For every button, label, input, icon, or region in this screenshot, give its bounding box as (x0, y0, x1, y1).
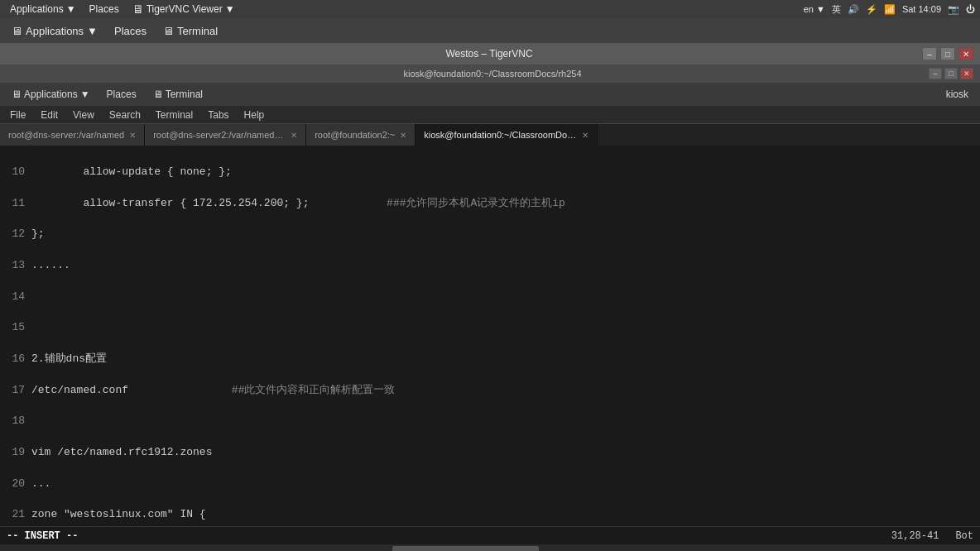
tab-bar: root@dns-server:/var/named ✕ root@dns-se… (0, 124, 980, 146)
inner-places-label: Places (107, 89, 137, 100)
tab-0-close[interactable]: ✕ (129, 131, 136, 140)
inner-maximize-button[interactable]: □ (944, 68, 958, 79)
tab-2-label: root@foundation2:~ (315, 130, 395, 140)
places-menu-label: Places (114, 25, 147, 37)
inner-window-controls: – □ ✕ (929, 68, 973, 79)
menu-edit[interactable]: Edit (34, 108, 65, 122)
menu-view[interactable]: View (66, 108, 101, 122)
line-10: 10 allow-update { none; }; (7, 165, 973, 180)
tab-3-label: kiosk@foundation0:~/ClassroomDocs/rh254 (424, 130, 577, 140)
tab-0[interactable]: root@dns-server:/var/named ✕ (0, 124, 145, 146)
tab-1[interactable]: root@dns-server2:/var/named/slaves ✕ (145, 124, 306, 146)
apps-menu[interactable]: 🖥 Applications ▼ (5, 22, 104, 41)
tab-1-close[interactable]: ✕ (291, 131, 297, 140)
vnc-menu-top[interactable]: 🖥 TigerVNC Viewer ▼ (127, 1, 240, 17)
screenshot-icon[interactable]: 📷 (948, 4, 959, 15)
tab-2[interactable]: root@foundation2:~ ✕ (306, 124, 416, 146)
status-bar: -- INSERT -- 31,28-41 Bot (0, 526, 980, 544)
inner-title-bar: kiosk@foundation0:~/ClassroomDocs/rh254 … (0, 65, 980, 83)
terminal-area[interactable]: 10 allow-update { none; }; 11 allow-tran… (0, 146, 980, 526)
line-14: 14 (7, 290, 973, 305)
vnc-icon-top: 🖥 (132, 2, 144, 16)
inner-apps-arrow: ▼ (80, 89, 90, 100)
system-bar-left: Applications ▼ Places 🖥 TigerVNC Viewer … (5, 1, 240, 17)
line-20: 20... (7, 477, 973, 492)
inner-apps-icon: 🖥 (12, 89, 22, 100)
menu-terminal[interactable]: Terminal (149, 108, 199, 122)
scroll-area[interactable] (0, 544, 980, 551)
inner-terminal-icon[interactable]: 🖥 Terminal (147, 86, 209, 103)
line-17: 17/etc/named.conf ##此文件内容和正向解析配置一致 (7, 383, 973, 399)
tab-1-label: root@dns-server2:/var/named/slaves (153, 130, 286, 140)
terminal-app-icon[interactable]: 🖥 Terminal (156, 22, 224, 41)
vnc-title-bar: Westos – TigerVNC – □ ✕ (0, 43, 980, 65)
line-21: 21zone "westoslinux.com" IN { (7, 507, 973, 523)
inner-places-menu[interactable]: Places (100, 86, 143, 103)
line-19: 19vim /etc/named.rfc1912.zones (7, 445, 973, 461)
apps-label-top: Applications (10, 3, 64, 15)
input-method-icon: 英 (832, 3, 841, 16)
inner-window-title: kiosk@foundation0:~/ClassroomDocs/rh254 (56, 69, 929, 79)
bluetooth-icon: ⚡ (866, 4, 877, 15)
cursor-position: 31,28-41 (891, 530, 939, 542)
menu-help[interactable]: Help (238, 108, 271, 122)
vnc-arrow-top: ▼ (225, 3, 235, 15)
inner-apps-label: Applications (24, 89, 78, 100)
apps-dropdown-arrow: ▼ (87, 25, 98, 37)
line-18: 18 (7, 414, 973, 429)
line-15: 15 (7, 320, 973, 336)
datetime-display: Sat 14:09 (902, 4, 941, 14)
status-right: 31,28-41 Bot (891, 530, 973, 542)
inner-apps-menu[interactable]: 🖥 Applications ▼ (5, 86, 97, 103)
power-icon[interactable]: ⏻ (966, 4, 975, 14)
menu-tabs[interactable]: Tabs (201, 108, 235, 122)
vim-mode: -- INSERT -- (7, 530, 78, 542)
volume-icon: 🔊 (848, 4, 859, 15)
terminal-app-label: Terminal (177, 25, 218, 37)
inner-close-button[interactable]: ✕ (960, 68, 973, 79)
wifi-icon: 📶 (884, 4, 896, 15)
scroll-thumb[interactable] (392, 546, 540, 551)
inner-app-bar: 🖥 Applications ▼ Places 🖥 Terminal kiosk (0, 83, 980, 106)
inner-kiosk-label: kiosk (939, 86, 975, 103)
menu-file[interactable]: File (3, 108, 32, 122)
vnc-content: kiosk@foundation0:~/ClassroomDocs/rh254 … (0, 65, 980, 551)
tab-3[interactable]: kiosk@foundation0:~/ClassroomDocs/rh254 … (416, 124, 598, 146)
vnc-maximize-button[interactable]: □ (940, 47, 955, 60)
tab-2-close[interactable]: ✕ (400, 131, 406, 140)
apps-icon: 🖥 (12, 25, 22, 37)
menu-search[interactable]: Search (103, 108, 147, 122)
places-menu-top[interactable]: Places (84, 2, 124, 17)
tab-3-close[interactable]: ✕ (582, 131, 588, 140)
line-13: 13...... (7, 258, 973, 274)
vnc-window-title: Westos – TigerVNC (56, 48, 922, 60)
vnc-close-button[interactable]: ✕ (958, 47, 973, 60)
vnc-window-controls: – □ ✕ (922, 47, 973, 60)
system-bar-right: en ▼ 英 🔊 ⚡ 📶 Sat 14:09 📷 ⏻ (804, 3, 975, 16)
vnc-minimize-button[interactable]: – (922, 47, 937, 60)
apps-menu-label: Applications (26, 25, 84, 37)
inner-terminal-glyph: 🖥 (153, 89, 163, 100)
inner-minimize-button[interactable]: – (929, 68, 942, 79)
line-11: 11 allow-transfer { 172.25.254.200; }; #… (7, 196, 973, 212)
terminal-icon: 🖥 (163, 25, 174, 37)
places-menu[interactable]: Places (108, 22, 153, 41)
system-bar: Applications ▼ Places 🖥 TigerVNC Viewer … (0, 0, 980, 18)
tab-0-label: root@dns-server:/var/named (8, 130, 124, 140)
line-12: 12}; (7, 227, 973, 242)
terminal-content: 10 allow-update { none; }; 11 allow-tran… (0, 146, 980, 526)
apps-arrow-top: ▼ (66, 3, 76, 15)
terminal-menu: File Edit View Search Terminal Tabs Help (0, 106, 980, 124)
lang-indicator[interactable]: en ▼ (804, 4, 825, 14)
line-16: 162.辅助dns配置 (7, 352, 973, 367)
inner-terminal-label: Terminal (166, 89, 203, 100)
app-bar: 🖥 Applications ▼ Places 🖥 Terminal (0, 18, 980, 43)
scroll-position: Bot (955, 530, 973, 542)
apps-menu-top[interactable]: Applications ▼ (5, 2, 81, 17)
